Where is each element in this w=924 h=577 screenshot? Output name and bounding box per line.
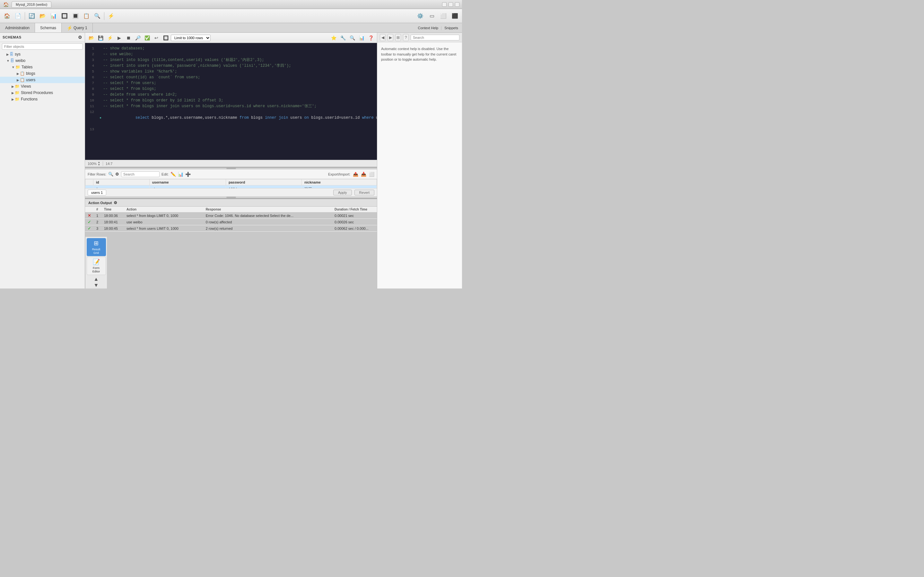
zoom-control[interactable]: 100% ▲ ▼	[88, 161, 100, 166]
find-button[interactable]: 🔍	[348, 34, 356, 42]
cell-password[interactable]: 1234	[226, 185, 302, 189]
arrow-down-icon: ▼	[94, 282, 99, 288]
search-objects-button[interactable]: 🔍	[92, 11, 102, 21]
action-duration-3: 0.00062 sec / 0.000...	[332, 225, 377, 232]
action-row-3[interactable]: ✓ 3 18:00:45 select * from users LIMIT 0…	[85, 225, 377, 232]
layout-button-3[interactable]: ⬛	[450, 11, 460, 21]
open-file-button[interactable]: 📂	[87, 34, 95, 42]
open-table-button[interactable]: 📂	[37, 11, 48, 21]
col-header-password[interactable]: password	[226, 179, 302, 185]
context-help-tab[interactable]: Context Help	[418, 26, 438, 30]
code-line-4: 4 -- insert into users (username,`passwo…	[85, 63, 377, 69]
result-grid-button[interactable]: ⊞ ResultGrid	[87, 238, 106, 256]
tab-administration[interactable]: Administration	[0, 23, 35, 32]
edit-pencil-icon[interactable]: ✏️	[171, 172, 176, 177]
col-header-username[interactable]: username	[149, 179, 226, 185]
zoom-arrows[interactable]: ▲ ▼	[98, 161, 100, 166]
sidebar-item-sys[interactable]: ▶ 🗄 sys	[0, 51, 85, 58]
rollback-button[interactable]: ↩	[152, 34, 161, 42]
filter-rows-label: Filter Rows:	[88, 172, 106, 176]
wrap-icon[interactable]: ⬜	[369, 172, 374, 177]
stop-button[interactable]: ⏹	[124, 34, 132, 42]
export-icon[interactable]: 📤	[353, 172, 358, 177]
snippets-tab[interactable]: Snippets	[444, 26, 458, 30]
sidebar: SCHEMAS ⚙ ▶ 🗄 sys ▼ 🗄 weibo ▼ 📁 Tables	[0, 33, 85, 288]
refresh-button[interactable]: 🔄	[27, 11, 37, 21]
sidebar-item-users[interactable]: ▶ 📋 users	[0, 77, 85, 83]
col-header-nickname[interactable]: nickname	[302, 179, 377, 185]
cell-username[interactable]: zhangsan	[149, 185, 226, 189]
action-time-3: 18:00:45	[102, 225, 124, 232]
search-input[interactable]	[121, 171, 160, 177]
sidebar-item-weibo[interactable]: ▼ 🗄 weibo	[0, 58, 85, 64]
star-button[interactable]: ⭐	[329, 34, 338, 42]
code-line-2: 2 -- use weibo;	[85, 52, 377, 57]
sidebar-filter-input[interactable]	[2, 44, 83, 50]
action-duration-2: 0.00026 sec	[332, 219, 377, 225]
sidebar-item-blogs[interactable]: ▶ 📋 blogs	[0, 70, 85, 77]
col-header-id[interactable]: id	[94, 179, 150, 185]
result-tab-users1[interactable]: users 1	[88, 190, 106, 195]
inspector-button[interactable]: 📊	[357, 34, 366, 42]
result-toolbar-right: Export/Import: 📤 📥 ⬜	[328, 172, 374, 177]
migration-button[interactable]: ⚡	[106, 11, 116, 21]
title-tab[interactable]: Mysql_2018 (weibo)	[11, 1, 52, 8]
lightning-icon: ⚡	[67, 25, 72, 31]
execute-explain-button[interactable]: 🔎	[134, 34, 142, 42]
minimize-button[interactable]	[442, 2, 447, 7]
sidebar-item-functions[interactable]: ▶ 📁 Functions	[0, 96, 85, 102]
edit-plus-icon[interactable]: ➕	[185, 172, 191, 177]
panel-expand-arrows[interactable]: ▲ ▼	[87, 276, 106, 288]
context-help-toggle-button[interactable]: ?	[403, 34, 409, 41]
tree-arrow-sys: ▶	[6, 53, 9, 56]
active-line-dot: ●	[98, 109, 103, 126]
title-bar-controls	[442, 2, 460, 7]
cell-nickname[interactable]: 张三	[302, 185, 377, 189]
sidebar-item-views[interactable]: ▶ 📁 Views	[0, 83, 85, 90]
help-button[interactable]: ❓	[367, 34, 375, 42]
sidebar-item-stored-procedures[interactable]: ▶ 📁 Stored Procedures	[0, 90, 85, 96]
layout-button-1[interactable]: ▭	[427, 11, 437, 21]
data-table-wrapper[interactable]: id username password nickname ▶ 1 zhangs…	[85, 179, 377, 188]
edit-grid-icon[interactable]: 📊	[178, 172, 183, 177]
context-home-button[interactable]: ⊞	[395, 34, 401, 41]
table-row[interactable]: ▶ 1 zhangsan 1234 张三	[85, 185, 377, 189]
context-forward-button[interactable]: ▶	[387, 34, 393, 41]
tab-schemas[interactable]: Schemas	[35, 23, 62, 32]
apply-button[interactable]: Apply	[333, 190, 352, 195]
table-button-3[interactable]: 🔳	[70, 11, 81, 21]
context-back-button[interactable]: ◀	[380, 34, 385, 41]
action-row-1[interactable]: ✕ 1 18:00:36 select * from blogs LIMIT 0…	[85, 213, 377, 219]
tab-query1[interactable]: ⚡ Query 1	[62, 23, 93, 32]
save-file-button[interactable]: 💾	[96, 34, 105, 42]
sidebar-config-icon[interactable]: ⚙	[78, 35, 82, 40]
table-button-2[interactable]: 🔲	[60, 11, 70, 21]
import-icon[interactable]: 📥	[361, 172, 366, 177]
table-button-4[interactable]: 📋	[81, 11, 92, 21]
maximize-button[interactable]	[448, 2, 453, 7]
table-icon-users: 📋	[20, 78, 25, 82]
table-icon-blogs: 📋	[20, 71, 25, 76]
toggle-button[interactable]: 🔲	[161, 34, 170, 42]
close-button[interactable]	[455, 2, 460, 7]
cell-id[interactable]: 1	[94, 185, 150, 189]
action-table: # Time Action Response Duration / Fetch …	[85, 207, 377, 232]
context-search-input[interactable]	[411, 35, 460, 40]
form-editor-button[interactable]: 📝 FormEditor	[87, 257, 106, 275]
action-output-config-icon[interactable]: ⚙	[114, 201, 117, 205]
revert-button[interactable]: Revert	[355, 190, 374, 195]
action-row-2[interactable]: ✓ 2 18:00:41 use weibo 0 row(s) affected…	[85, 219, 377, 225]
commit-button[interactable]: ✅	[143, 34, 151, 42]
sidebar-item-tables[interactable]: ▼ 📁 Tables	[0, 64, 85, 70]
settings-icon[interactable]: ⚙️	[415, 11, 426, 21]
new-connection-button[interactable]: 🏠	[2, 11, 12, 21]
layout-button-2[interactable]: ⬜	[438, 11, 448, 21]
table-button-1[interactable]: 📊	[48, 11, 59, 21]
limit-select[interactable]: Limit to 1000 rows	[171, 35, 211, 41]
beautify-button[interactable]: 🔧	[339, 34, 347, 42]
code-editor[interactable]: 1 -- show databases; 2 -- use weibo; 3 -…	[85, 43, 377, 160]
code-lines: 1 -- show databases; 2 -- use weibo; 3 -…	[85, 43, 377, 135]
execute-button[interactable]: ⚡	[106, 34, 114, 42]
execute-current-button[interactable]: ▶	[115, 34, 123, 42]
add-query-button[interactable]: 📄	[13, 11, 23, 21]
